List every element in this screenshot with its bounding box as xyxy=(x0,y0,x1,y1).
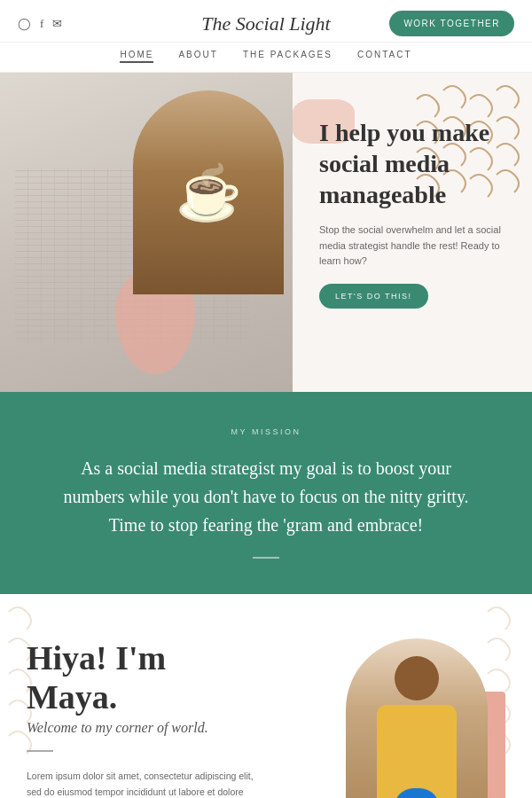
about-subheading: Welcome to my corner of world. xyxy=(27,720,257,736)
coffee-photo-arch xyxy=(133,90,284,294)
about-photo-collage xyxy=(284,621,514,798)
about-heading: Hiya! I'm Maya. xyxy=(27,638,257,716)
nav-packages[interactable]: THE PACKAGES xyxy=(243,50,332,63)
header-work-together-button[interactable]: WORK TOGETHER xyxy=(389,11,514,36)
about-person-photo xyxy=(346,638,488,798)
person-body xyxy=(377,705,457,798)
site-header: ◯ f ✉ The Social Light WORK TOGETHER xyxy=(0,0,532,43)
about-text-block: Hiya! I'm Maya. Welcome to my corner of … xyxy=(27,638,257,798)
hero-heading: I help you make social media manageable xyxy=(319,117,514,210)
nav-home[interactable]: HOME xyxy=(120,50,153,63)
hero-section: I help you make social media manageable … xyxy=(0,73,532,392)
about-body-1: Lorem ipsum dolor sit amet, consectetur … xyxy=(27,768,257,798)
main-nav: HOME ABOUT THE PACKAGES CONTACT xyxy=(0,43,532,73)
hero-text-block: I help you make social media manageable … xyxy=(319,117,514,309)
about-section: Hiya! I'm Maya. Welcome to my corner of … xyxy=(0,594,532,798)
nav-about[interactable]: ABOUT xyxy=(178,50,217,63)
hero-subtext: Stop the social overwhelm and let a soci… xyxy=(319,223,514,270)
nav-contact[interactable]: CONTACT xyxy=(357,50,412,63)
mission-section: MY MISSION As a social media strategist … xyxy=(0,392,532,594)
mission-divider xyxy=(253,557,279,559)
social-icons: ◯ f ✉ xyxy=(18,17,62,31)
mission-text: As a social media strategist my goal is … xyxy=(53,454,479,539)
mission-label: MY MISSION xyxy=(53,427,479,436)
hero-cta-button[interactable]: LET'S DO THIS! xyxy=(319,284,428,309)
facebook-icon[interactable]: f xyxy=(40,17,43,31)
email-icon[interactable]: ✉ xyxy=(52,17,62,31)
instagram-icon[interactable]: ◯ xyxy=(18,17,31,31)
person-head xyxy=(395,656,439,700)
site-title: The Social Light xyxy=(201,12,330,35)
about-divider xyxy=(27,750,53,752)
